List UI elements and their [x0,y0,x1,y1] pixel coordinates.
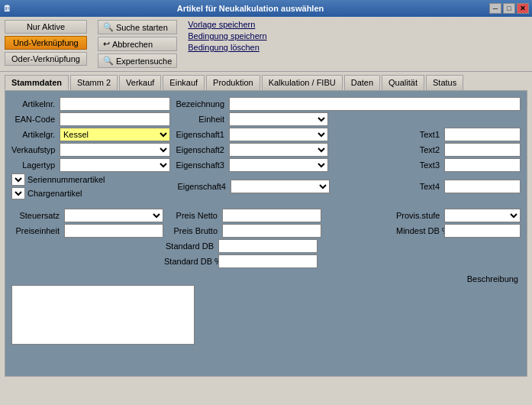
oder-verknuepfung-button[interactable]: Oder-Verknüpfung [5,52,87,66]
standard-db-pct-input[interactable] [218,254,318,268]
minimize-button[interactable]: ─ [489,3,501,14]
abbrechen-button[interactable]: ↩ Abbrechen [98,37,177,51]
text4-label: Text4 [414,182,442,191]
bedingung-speichern-button[interactable]: Bedingung speichern [188,31,266,40]
seriennummer-label: Seriennummerartikel [27,175,107,184]
tab-produktion[interactable]: Produktion [206,75,260,90]
bezeichnung-label: Bezeichnung [175,99,227,109]
text3-label: Text3 [414,160,442,170]
nur-aktive-button[interactable]: Nur Aktive [5,20,87,34]
mindest-db-label: Mindest DB % [396,226,442,235]
text2-label: Text2 [414,145,442,154]
preis-brutto-label: Preis Brutto [168,226,220,235]
main-panel: Artikelnr. Bezeichnung EAN-Code Einheit … [5,90,527,377]
search-icon: 🔍 [103,22,114,32]
lagertyp-select[interactable] [60,158,170,172]
text1-input[interactable] [444,128,521,141]
und-verknuepfung-button[interactable]: Und-Verknüpfung [5,36,87,50]
einheit-label: Einheit [175,115,227,124]
artikelgr-label: Artikelgr. [11,130,57,139]
window-title: Artikel für Neukalkulation auswählen [11,4,489,13]
text3-input[interactable] [444,158,521,172]
close-button[interactable]: ✕ [517,3,529,14]
eigenschaft1-label: Eigenschaft1 [175,130,227,139]
cancel-icon: ↩ [103,39,110,49]
tab-status[interactable]: Status [426,75,463,90]
provis-stufe-label: Provis.stufe [396,211,442,220]
chargen-select[interactable] [11,187,25,199]
beschreibung-textarea[interactable] [11,285,195,345]
expert-icon: 🔍 [103,56,114,66]
artikelnr-label: Artikelnr. [11,99,57,109]
text4-input[interactable] [444,180,521,193]
titlebar: 🗓 Artikel für Neukalkulation auswählen ─… [0,0,532,17]
bedingung-loeschen-button[interactable]: Bedingung löschen [188,43,266,52]
expertensuche-button[interactable]: 🔍 Expertensuche [98,53,177,68]
standard-db-input[interactable] [218,239,318,253]
seriennummer-select[interactable] [11,173,25,186]
bezeichnung-input[interactable] [229,97,521,111]
preis-brutto-input[interactable] [222,224,321,238]
eigenschaft1-select[interactable] [229,128,328,141]
eigenschaft3-label: Eigenschaft3 [175,160,227,170]
steuersatz-select[interactable] [64,209,163,222]
artikelgr-select[interactable]: Kessel [60,128,170,141]
app-icon: 🗓 [3,4,11,13]
tab-qualitaet[interactable]: Qualität [382,75,424,90]
ean-code-input[interactable] [60,112,170,126]
chargen-label: Chargenartikel [27,189,85,198]
mindest-db-input[interactable] [444,224,521,238]
eigenschaft3-select[interactable] [229,158,328,172]
text1-label: Text1 [414,130,442,139]
tab-einkauf[interactable]: Einkauf [163,75,205,90]
tab-stammdaten[interactable]: Stammdaten [5,75,69,90]
verkaufstyp-select[interactable] [60,143,170,157]
standard-db-label: Standard DB [164,241,216,251]
text2-input[interactable] [444,143,521,157]
verkaufstyp-label: Verkaufstyp [11,145,57,154]
eigenschaft2-label: Eigenschaft2 [175,145,227,154]
lagertyp-label: Lagertyp [11,160,57,170]
tab-daten[interactable]: Daten [344,75,380,90]
vorlage-speichern-button[interactable]: Vorlage speichern [188,20,266,29]
preiseinheit-label: Preiseinheit [11,226,62,235]
beschreibung-label: Beschreibung [11,274,521,284]
ean-code-label: EAN-Code [11,115,57,124]
tab-bar: Stammdaten Stamm 2 Verkauf Einkauf Produ… [0,72,532,90]
artikelnr-input[interactable] [60,97,170,111]
eigenschaft4-label: Eigenschaft4 [176,182,228,191]
eigenschaft4-select[interactable] [231,180,330,193]
tab-verkauf[interactable]: Verkauf [119,75,161,90]
einheit-select[interactable] [229,112,328,126]
preis-netto-input[interactable] [222,209,321,222]
provis-stufe-select[interactable] [444,209,521,222]
steuersatz-label: Steuersatz [11,211,62,220]
maximize-button[interactable]: □ [503,3,515,14]
preiseinheit-input[interactable] [64,224,163,238]
preis-netto-label: Preis Netto [168,211,220,220]
standard-db-pct-label: Standard DB % [164,257,216,266]
suche-starten-button[interactable]: 🔍 Suche starten [98,20,177,34]
toolbar: Nur Aktive Und-Verknüpfung Oder-Verknüpf… [0,17,532,72]
tab-kalkulation[interactable]: Kalkulation / FIBU [262,75,343,90]
tab-stamm2[interactable]: Stamm 2 [70,75,118,90]
eigenschaft2-select[interactable] [229,143,328,157]
